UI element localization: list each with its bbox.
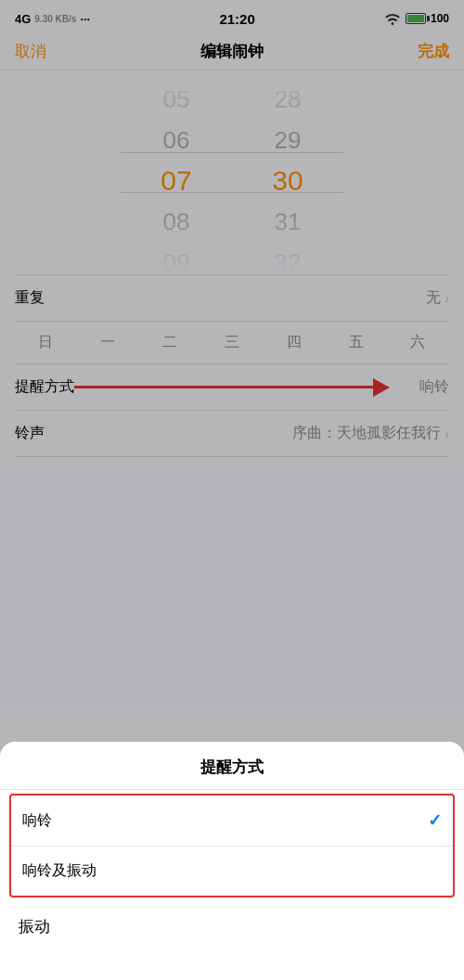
checkmark-icon-0: ✓ xyxy=(428,810,442,831)
popup-option-label-0: 响铃 xyxy=(22,811,52,831)
popup-option-outside[interactable]: 振动 xyxy=(0,901,464,952)
popup-option-1[interactable]: 响铃及振动 xyxy=(11,846,453,896)
popup-overlay[interactable]: 提醒方式 响铃 ✓ 响铃及振动 振动 xyxy=(0,0,464,980)
popup-title-row: 提醒方式 xyxy=(0,742,464,790)
popup-options-box: 响铃 ✓ 响铃及振动 xyxy=(9,794,455,897)
popup-sheet: 提醒方式 响铃 ✓ 响铃及振动 振动 xyxy=(0,742,464,980)
popup-option-label-1: 响铃及振动 xyxy=(22,861,97,881)
popup-option-outside-label: 振动 xyxy=(19,918,50,935)
popup-title: 提醒方式 xyxy=(200,758,264,776)
popup-option-0[interactable]: 响铃 ✓ xyxy=(11,795,453,846)
